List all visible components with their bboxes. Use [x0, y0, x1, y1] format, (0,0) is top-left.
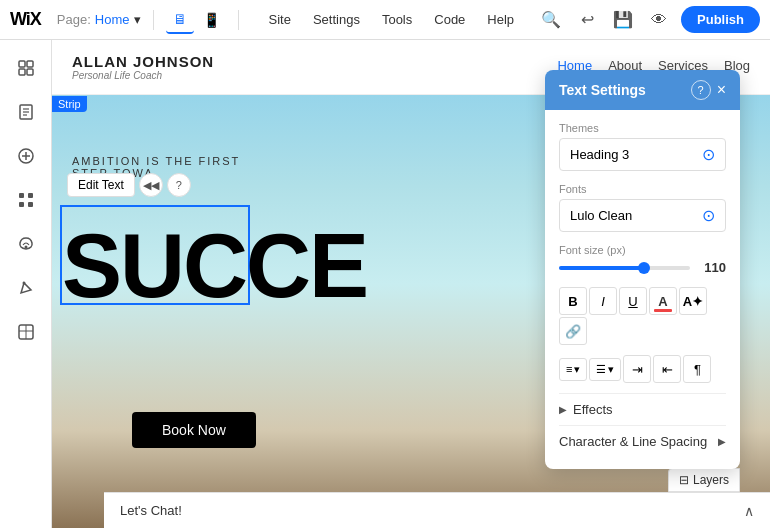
toolbar-divider-2: [238, 10, 239, 30]
format-toolbar-row1: B I U A A✦ 🔗: [559, 287, 726, 345]
edit-text-button[interactable]: Edit Text: [67, 173, 135, 197]
svg-point-16: [22, 282, 25, 285]
char-spacing-expand-icon: ▶: [718, 436, 726, 447]
chat-chevron-icon[interactable]: ∧: [744, 503, 754, 519]
align-icon: ≡: [566, 363, 572, 375]
themes-dropdown-arrow: ⊙: [702, 145, 715, 164]
themes-dropdown[interactable]: Heading 3 ⊙: [559, 138, 726, 171]
strip-label: Strip: [52, 96, 87, 112]
font-size-slider-container: 110: [559, 260, 726, 275]
site-brand-tagline: Personal Life Coach: [72, 70, 557, 81]
nav-settings-button[interactable]: Settings: [303, 8, 370, 31]
font-color-button[interactable]: A: [649, 287, 677, 315]
slider-fill: [559, 266, 644, 270]
svg-point-15: [24, 246, 27, 249]
text-settings-panel: Text Settings ? × Themes Heading 3 ⊙ Fon…: [545, 70, 740, 469]
list-dropdown-button[interactable]: ☰ ▾: [589, 358, 621, 381]
undo-button[interactable]: ↩: [573, 6, 601, 34]
svg-rect-1: [27, 61, 33, 67]
align-dropdown-button[interactable]: ≡ ▾: [559, 358, 587, 381]
svg-rect-13: [19, 202, 24, 207]
effects-label: Effects: [573, 402, 613, 417]
align-dropdown-arrow: ▾: [574, 363, 580, 376]
device-icons: 🖥 📱: [166, 6, 226, 34]
format-toolbar-row2: ≡ ▾ ☰ ▾ ⇥ ⇤ ¶: [559, 355, 726, 383]
hero-main-text[interactable]: SUCCE: [62, 215, 367, 318]
fonts-label: Fonts: [559, 183, 726, 195]
nav-tools-button[interactable]: Tools: [372, 8, 422, 31]
panel-help-button[interactable]: ?: [691, 80, 711, 100]
toolbar-divider-1: [153, 10, 154, 30]
themes-label: Themes: [559, 122, 726, 134]
sidebar-add-icon[interactable]: [6, 136, 46, 176]
sidebar-dashboard-icon[interactable]: [6, 48, 46, 88]
sidebar-pages-icon[interactable]: [6, 92, 46, 132]
link-button[interactable]: 🔗: [559, 317, 587, 345]
link-icon: 🔗: [565, 324, 581, 339]
search-button[interactable]: 🔍: [537, 6, 565, 34]
layers-icon: ⊟: [679, 473, 689, 487]
effects-expand-icon: ▶: [559, 404, 567, 415]
effects-row[interactable]: ▶ Effects: [559, 393, 726, 425]
back-icon-button[interactable]: ◀◀: [139, 173, 163, 197]
char-spacing-row[interactable]: Character & Line Spacing ▶: [559, 425, 726, 457]
paragraph-icon: ¶: [694, 362, 701, 377]
book-now-button[interactable]: Book Now: [132, 412, 256, 448]
top-nav: Site Settings Tools Code Help: [259, 8, 525, 31]
highlight-icon: A✦: [683, 294, 703, 309]
left-sidebar: [0, 40, 52, 528]
indent-right-icon: ⇥: [632, 362, 643, 377]
italic-button[interactable]: I: [589, 287, 617, 315]
svg-rect-12: [28, 193, 33, 198]
save-button[interactable]: 💾: [609, 6, 637, 34]
nav-help-button[interactable]: Help: [477, 8, 524, 31]
page-label: Page:: [57, 12, 91, 27]
page-selector[interactable]: Page: Home ▾: [57, 12, 141, 27]
slider-thumb[interactable]: [638, 262, 650, 274]
fonts-dropdown[interactable]: Lulo Clean ⊙: [559, 199, 726, 232]
top-toolbar: WiX Page: Home ▾ 🖥 📱 Site Settings Tools…: [0, 0, 770, 40]
underline-button[interactable]: U: [619, 287, 647, 315]
site-brand-name: ALLAN JOHNSON: [72, 53, 557, 70]
bold-button[interactable]: B: [559, 287, 587, 315]
panel-body: Themes Heading 3 ⊙ Fonts Lulo Clean ⊙ Fo…: [545, 110, 740, 469]
edit-text-toolbar: Edit Text ◀◀ ?: [67, 173, 191, 197]
char-spacing-label: Character & Line Spacing: [559, 434, 707, 449]
themes-value: Heading 3: [570, 147, 629, 162]
sidebar-apps-icon[interactable]: [6, 180, 46, 220]
wix-logo: WiX: [10, 9, 41, 30]
layers-label: Layers: [693, 473, 729, 487]
svg-rect-14: [28, 202, 33, 207]
site-brand: ALLAN JOHNSON Personal Life Coach: [72, 53, 557, 81]
nav-site-button[interactable]: Site: [259, 8, 301, 31]
desktop-view-button[interactable]: 🖥: [166, 6, 194, 34]
bottom-chat-bar: Let's Chat! ∧: [104, 492, 770, 528]
sidebar-members-icon[interactable]: [6, 312, 46, 352]
list-dropdown-arrow: ▾: [608, 363, 614, 376]
panel-header: Text Settings ? ×: [545, 70, 740, 110]
nav-code-button[interactable]: Code: [424, 8, 475, 31]
panel-close-button[interactable]: ×: [717, 81, 726, 99]
panel-header-icons: ? ×: [691, 80, 726, 100]
preview-button[interactable]: 👁: [645, 6, 673, 34]
indent-left-icon: ⇤: [662, 362, 673, 377]
help-icon-button[interactable]: ?: [167, 173, 191, 197]
toolbar-right: 🔍 ↩ 💾 👁 Publish: [537, 6, 760, 34]
indent-left-button[interactable]: ⇤: [653, 355, 681, 383]
paragraph-button[interactable]: ¶: [683, 355, 711, 383]
highlight-button[interactable]: A✦: [679, 287, 707, 315]
font-size-value: 110: [698, 260, 726, 275]
color-bar: [654, 309, 672, 312]
page-name: Home: [95, 12, 130, 27]
main-area: ALLAN JOHNSON Personal Life Coach Home A…: [0, 40, 770, 528]
layers-button[interactable]: ⊟ Layers: [668, 468, 740, 492]
indent-right-button[interactable]: ⇥: [623, 355, 651, 383]
fonts-dropdown-arrow: ⊙: [702, 206, 715, 225]
sidebar-media-icon[interactable]: [6, 224, 46, 264]
publish-button[interactable]: Publish: [681, 6, 760, 33]
font-size-slider-track[interactable]: [559, 266, 690, 270]
sidebar-pen-icon[interactable]: [6, 268, 46, 308]
svg-rect-11: [19, 193, 24, 198]
mobile-view-button[interactable]: 📱: [198, 6, 226, 34]
chat-label: Let's Chat!: [120, 503, 182, 518]
